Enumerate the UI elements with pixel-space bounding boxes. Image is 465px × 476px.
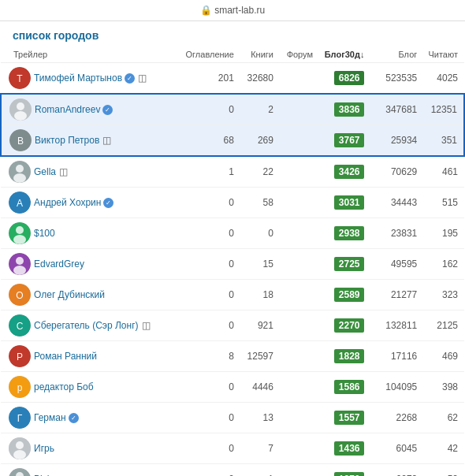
blog-cell: 34443 — [367, 188, 420, 218]
blog-cell: 2268 — [367, 403, 420, 433]
col-forum: Форум — [277, 46, 316, 63]
books-cell: 921 — [237, 311, 277, 341]
username-link[interactable]: $100 — [34, 228, 55, 239]
user-cell: EdvardGrey — [1, 249, 177, 280]
reading-cell: 53 — [420, 464, 464, 477]
svg-text:С: С — [17, 321, 24, 332]
blog30-cell: 3767 — [316, 125, 367, 157]
reading-cell: 2125 — [420, 311, 464, 341]
books-cell: 15 — [237, 249, 277, 280]
contents-cell: 0 — [177, 280, 237, 311]
blog-cell: 104095 — [367, 372, 420, 403]
books-cell: 13 — [237, 403, 277, 433]
reading-cell: 12351 — [420, 94, 464, 125]
table-header-row: Трейлер Оглавление Книги Форум Блог30д↓ … — [1, 46, 464, 63]
blog-cell: 49595 — [367, 249, 420, 280]
username-link[interactable]: редактор Боб — [34, 381, 94, 392]
blog30-badge: 2589 — [334, 288, 365, 302]
table-row: Р Роман Ранний 8 12597 1828 17116 469 — [1, 341, 464, 372]
table-row: р редактор Боб 0 4446 1586 104095 398 — [1, 372, 464, 403]
blog-cell: 132811 — [367, 311, 420, 341]
blog30-badge: 1586 — [334, 380, 365, 394]
table-wrapper: Трейлер Оглавление Книги Форум Блог30д↓ … — [0, 46, 465, 476]
username-link[interactable]: EdvardGrey — [34, 258, 84, 270]
username-link[interactable]: RomanAndreev — [35, 104, 100, 115]
table-row: Bishop 0 1 1276 6073 53 — [1, 464, 464, 477]
username-link[interactable]: Герман — [34, 412, 66, 423]
username-link[interactable]: Сберегатель (Сэр Лонг) — [34, 320, 139, 331]
blog30-badge: 2725 — [334, 257, 365, 271]
blog30-badge: 2938 — [334, 226, 365, 240]
reading-cell: 351 — [420, 125, 464, 157]
blog30-badge: 1557 — [334, 411, 365, 425]
city-list-link[interactable]: список городов — [13, 29, 99, 42]
blog-cell: 25934 — [367, 125, 420, 157]
blog-cell: 6045 — [367, 433, 420, 464]
svg-point-14 — [13, 235, 26, 244]
table-row: А Андрей Хохрин✓ 0 58 3031 34443 515 — [1, 188, 464, 218]
avatar — [9, 99, 32, 121]
reading-cell: 162 — [420, 249, 464, 280]
verified-icon: ✓ — [102, 105, 113, 115]
reading-cell: 469 — [420, 341, 464, 372]
table-row: Т Тимофей Мартынов✓◫ 201 32680 6826 5235… — [1, 63, 464, 95]
blog30-cell: 1276 — [316, 464, 367, 477]
blog30-cell: 3031 — [316, 188, 367, 218]
forum-cell — [277, 249, 316, 280]
table-row: RomanAndreev✓ 0 2 3836 347681 12351 — [1, 94, 464, 125]
verified-icon: ✓ — [69, 413, 79, 423]
blog-cell: 523535 — [367, 63, 420, 95]
avatar: В — [9, 129, 32, 151]
contents-cell: 68 — [177, 125, 237, 157]
svg-text:Р: Р — [17, 351, 23, 363]
col-books: Книги — [237, 46, 277, 63]
username-link[interactable]: Gella — [34, 166, 56, 177]
blog-cell: 347681 — [367, 94, 420, 125]
user-cell: В Виктор Петров◫ — [1, 125, 177, 157]
blog-cell: 6073 — [367, 464, 420, 477]
username-link[interactable]: Игрь — [34, 443, 54, 454]
contents-cell: 0 — [177, 94, 237, 125]
users-table: Трейлер Оглавление Книги Форум Блог30д↓ … — [0, 46, 465, 476]
avatar — [9, 253, 31, 275]
verified-icon: ✓ — [125, 73, 135, 84]
forum-cell — [277, 372, 316, 403]
user-cell: Bishop — [1, 464, 177, 477]
avatar: Т — [9, 67, 31, 89]
blog30-badge: 1828 — [334, 349, 365, 363]
svg-point-3 — [17, 102, 24, 110]
tree-icon: ◫ — [59, 166, 68, 177]
books-cell: 12597 — [237, 341, 277, 372]
svg-text:р: р — [17, 382, 23, 393]
username-link[interactable]: Тимофей Мартынов — [34, 73, 122, 84]
svg-point-30 — [13, 450, 26, 459]
contents-cell: 0 — [177, 403, 237, 433]
svg-point-4 — [14, 111, 27, 121]
username-link[interactable]: Виктор Петров — [35, 135, 99, 146]
books-cell: 4446 — [237, 372, 277, 403]
contents-cell: 8 — [177, 341, 237, 372]
reading-cell: 398 — [420, 372, 464, 403]
user-cell: Р Роман Ранний — [1, 341, 177, 372]
reading-cell: 515 — [420, 188, 464, 218]
books-cell: 0 — [237, 218, 277, 249]
user-cell: Г Герман✓ — [1, 403, 177, 433]
top-bar: 🔒 smart-lab.ru — [0, 0, 465, 21]
col-contents: Оглавление — [177, 46, 237, 63]
user-cell: А Андрей Хохрин✓ — [1, 188, 177, 218]
avatar — [9, 222, 31, 244]
table-row: EdvardGrey 0 15 2725 49595 162 — [1, 249, 464, 280]
col-blog30: Блог30д↓ — [316, 46, 367, 63]
username-link[interactable]: Олег Дубинский — [34, 289, 105, 300]
books-cell: 32680 — [237, 63, 277, 95]
contents-cell: 0 — [177, 433, 237, 464]
blog30-cell: 2725 — [316, 249, 367, 280]
table-row: В Виктор Петров◫ 68 269 3767 25934 351 — [1, 125, 464, 157]
forum-cell — [277, 403, 316, 433]
books-cell: 269 — [237, 125, 277, 157]
forum-cell — [277, 125, 316, 157]
username-link[interactable]: Роман Ранний — [34, 351, 97, 362]
svg-point-29 — [16, 441, 24, 449]
avatar: А — [9, 192, 31, 214]
username-link[interactable]: Андрей Хохрин — [34, 197, 101, 208]
